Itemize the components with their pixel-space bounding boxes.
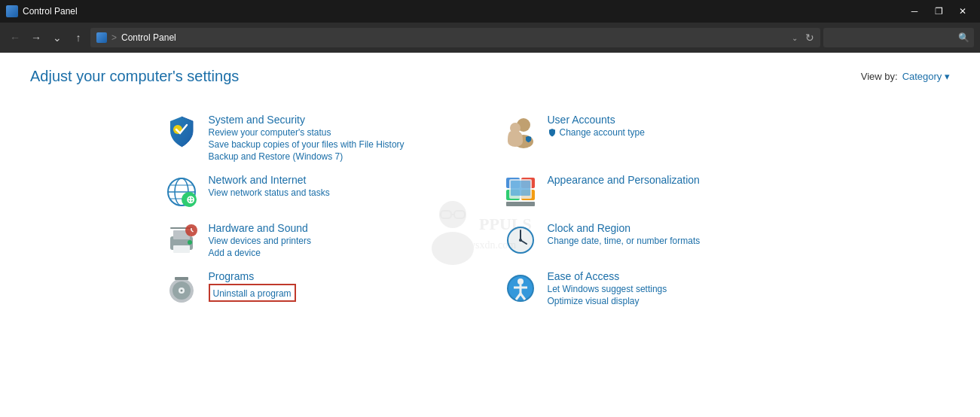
system-security-icon bbox=[163, 114, 200, 150]
svg-rect-23 bbox=[506, 202, 535, 206]
recent-locations-button[interactable]: ⌄ bbox=[48, 29, 66, 47]
hardware-sound-content: Hardware and Sound View devices and prin… bbox=[209, 222, 312, 258]
system-security-link-3[interactable]: Backup and Restore (Windows 7) bbox=[209, 151, 405, 162]
maximize-button[interactable]: ❐ bbox=[927, 4, 950, 19]
category-user-accounts: User Accounts Change account type bbox=[490, 108, 829, 168]
svg-point-43 bbox=[180, 290, 182, 292]
view-by-label: View by: bbox=[861, 71, 898, 82]
hardware-sound-title[interactable]: Hardware and Sound bbox=[209, 222, 312, 234]
search-input[interactable] bbox=[823, 28, 974, 47]
ease-of-access-content: Ease of Access Let Windows suggest setti… bbox=[548, 270, 667, 306]
user-accounts-title[interactable]: User Accounts bbox=[548, 114, 645, 126]
main-content: PPULS wsxdn.com Adjust your computer's s… bbox=[0, 53, 980, 417]
view-by-control: View by: Category ▾ bbox=[861, 71, 950, 82]
hardware-sound-link-1[interactable]: View devices and printers bbox=[209, 236, 312, 246]
category-ease-of-access: Ease of Access Let Windows suggest setti… bbox=[490, 264, 829, 312]
clock-region-title[interactable]: Clock and Region bbox=[548, 222, 701, 234]
svg-text:⊕: ⊕ bbox=[186, 193, 195, 205]
address-text: Control Panel bbox=[121, 32, 787, 43]
user-accounts-content: User Accounts Change account type bbox=[548, 114, 645, 138]
title-bar: Control Panel ─ ❐ ✕ bbox=[0, 0, 980, 23]
category-network-internet: ⊕ Network and Internet View network stat… bbox=[151, 168, 490, 216]
hardware-sound-link-2[interactable]: Add a device bbox=[209, 248, 312, 258]
minimize-button[interactable]: ─ bbox=[903, 4, 926, 19]
window-controls: ─ ❐ ✕ bbox=[903, 4, 974, 19]
system-security-content: System and Security Review your computer… bbox=[209, 114, 405, 162]
categories-grid: System and Security Review your computer… bbox=[151, 108, 829, 312]
appearance-icon bbox=[502, 174, 539, 210]
category-hardware-sound: Hardware and Sound View devices and prin… bbox=[151, 216, 490, 264]
network-internet-icon: ⊕ bbox=[163, 174, 200, 210]
refresh-button[interactable]: ↻ bbox=[805, 32, 814, 44]
address-dropdown-button[interactable]: ⌄ bbox=[792, 34, 798, 42]
appearance-title[interactable]: Appearance and Personalization bbox=[548, 174, 700, 186]
clock-region-link-1[interactable]: Change date, time, or number formats bbox=[548, 236, 701, 246]
forward-button[interactable]: → bbox=[27, 29, 45, 47]
back-button[interactable]: ← bbox=[6, 29, 24, 47]
appearance-content: Appearance and Personalization bbox=[548, 174, 700, 186]
category-clock-region: Clock and Region Change date, time, or n… bbox=[490, 216, 829, 264]
network-internet-link-1[interactable]: View network status and tasks bbox=[209, 187, 330, 198]
system-security-link-1[interactable]: Review your computer's status bbox=[209, 127, 405, 138]
svg-point-46 bbox=[517, 279, 524, 285]
hardware-sound-icon bbox=[163, 222, 200, 258]
svg-rect-28 bbox=[173, 245, 190, 253]
up-button[interactable]: ↑ bbox=[69, 29, 87, 47]
title-bar-app-icon bbox=[6, 5, 18, 17]
close-button[interactable]: ✕ bbox=[951, 4, 974, 19]
svg-rect-42 bbox=[175, 277, 188, 280]
network-internet-title[interactable]: Network and Internet bbox=[209, 174, 330, 186]
address-bar-icon bbox=[96, 32, 107, 43]
network-internet-content: Network and Internet View network status… bbox=[209, 174, 330, 198]
ease-of-access-link-1[interactable]: Let Windows suggest settings bbox=[548, 284, 667, 294]
title-bar-title: Control Panel bbox=[23, 6, 78, 17]
page-header: Adjust your computer's settings View by:… bbox=[30, 68, 950, 85]
ease-of-access-title[interactable]: Ease of Access bbox=[548, 270, 667, 282]
uninstall-program-highlight: Uninstall a program bbox=[209, 284, 296, 302]
system-security-link-2[interactable]: Save backup copies of your files with Fi… bbox=[209, 139, 405, 150]
view-by-dropdown[interactable]: Category ▾ bbox=[902, 71, 950, 82]
page-title: Adjust your computer's settings bbox=[30, 68, 239, 85]
user-accounts-link-1[interactable]: Change account type bbox=[560, 127, 645, 138]
ease-of-access-icon bbox=[502, 270, 539, 306]
address-separator: > bbox=[111, 32, 117, 43]
category-programs: Programs Uninstall a program bbox=[151, 264, 490, 312]
programs-link-1[interactable]: Uninstall a program bbox=[213, 288, 292, 299]
shield-badge-icon bbox=[548, 128, 557, 137]
category-appearance: Appearance and Personalization bbox=[490, 168, 829, 216]
programs-title[interactable]: Programs bbox=[209, 270, 296, 282]
address-input-area[interactable]: > Control Panel ⌄ ↻ bbox=[90, 28, 820, 47]
ease-of-access-link-2[interactable]: Optimize visual display bbox=[548, 296, 667, 306]
programs-icon bbox=[163, 270, 200, 306]
search-submit-button[interactable]: 🔍 bbox=[958, 32, 969, 43]
clock-region-content: Clock and Region Change date, time, or n… bbox=[548, 222, 701, 246]
address-bar: ← → ⌄ ↑ > Control Panel ⌄ ↻ 🔍 bbox=[0, 23, 980, 53]
clock-region-icon bbox=[502, 222, 539, 258]
user-accounts-icon bbox=[502, 114, 539, 150]
programs-content: Programs Uninstall a program bbox=[209, 270, 296, 302]
svg-point-29 bbox=[188, 240, 192, 245]
svg-rect-25 bbox=[511, 181, 530, 196]
category-system-security: System and Security Review your computer… bbox=[151, 108, 490, 168]
search-area[interactable]: 🔍 bbox=[823, 28, 974, 47]
system-security-title[interactable]: System and Security bbox=[209, 114, 405, 126]
